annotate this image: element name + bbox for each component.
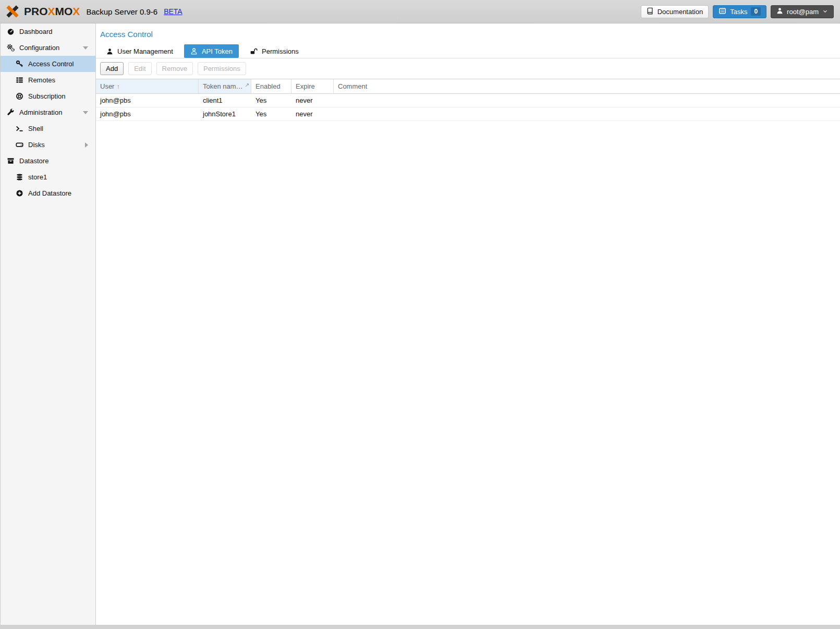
api-token-table: User ↑ Token nam… Enabled: [96, 79, 840, 121]
cell-enabled: Yes: [251, 107, 291, 120]
task-list-icon: [719, 7, 726, 16]
proxmox-backup-server-app: PROXMOX Backup Server 0.9-6 BETA Documen…: [0, 0, 840, 629]
top-actions: Documentation Tasks 0: [641, 5, 834, 18]
hdd-icon: [15, 141, 23, 149]
life-ring-icon: [15, 92, 23, 101]
sidebar-item-label: Administration: [19, 108, 62, 116]
app-body: Dashboard Configuration: [0, 23, 840, 625]
sidebar-item-remotes[interactable]: Remotes: [1, 72, 95, 88]
sidebar-item-datastore[interactable]: Datastore: [1, 153, 95, 169]
collapse-arrow-icon[interactable]: [83, 111, 88, 114]
beta-link[interactable]: BETA: [164, 7, 182, 16]
documentation-button[interactable]: Documentation: [641, 5, 709, 18]
cell-comment: [334, 94, 840, 107]
tab-bar: User Management API Token: [96, 44, 840, 58]
unlock-icon: [250, 47, 258, 55]
sidebar-item-add-datastore[interactable]: Add Datastore: [1, 185, 95, 201]
main-panel: Access Control User Management: [96, 23, 840, 625]
sidebar-item-dashboard[interactable]: Dashboard: [1, 23, 95, 40]
edit-button[interactable]: Edit: [128, 62, 151, 75]
sidebar-item-label: Configuration: [19, 44, 59, 52]
database-icon: [15, 173, 23, 182]
tab-permissions[interactable]: Permissions: [244, 44, 305, 58]
cell-token: client1: [199, 94, 251, 107]
add-button[interactable]: Add: [100, 62, 124, 75]
column-header-comment[interactable]: Comment: [334, 79, 840, 93]
column-header-enabled[interactable]: Enabled: [251, 79, 291, 93]
sidebar-item-configuration[interactable]: Configuration: [1, 40, 95, 56]
sidebar-item-disks[interactable]: Disks: [1, 137, 95, 153]
plus-circle-icon: [15, 189, 23, 198]
cell-expire: never: [291, 107, 334, 120]
proxmox-x-logo-icon: [5, 4, 20, 19]
terminal-icon: [15, 125, 23, 133]
sidebar-item-label: Subscription: [28, 92, 66, 100]
archive-icon: [6, 157, 15, 165]
user-icon: [106, 48, 113, 55]
user-icon: [776, 7, 783, 16]
proxmox-wordmark: PROXMOX: [24, 5, 80, 18]
book-icon: [647, 7, 654, 16]
column-header-expire[interactable]: Expire: [291, 79, 334, 93]
tasks-count-badge: 0: [751, 7, 761, 16]
sidebar-item-label: Add Datastore: [28, 189, 71, 197]
table-row[interactable]: john@pbs client1 Yes never: [96, 94, 840, 107]
table-row[interactable]: john@pbs johnStore1 Yes never: [96, 107, 840, 121]
cell-user: john@pbs: [96, 94, 199, 107]
cell-comment: [334, 107, 840, 120]
cell-enabled: Yes: [251, 94, 291, 107]
sidebar-item-store1[interactable]: store1: [1, 169, 95, 185]
table-header-row: User ↑ Token nam… Enabled: [96, 79, 840, 94]
sidebar-item-administration[interactable]: Administration: [1, 104, 95, 120]
collapse-arrow-icon[interactable]: [83, 46, 88, 50]
chevron-down-icon: [822, 8, 828, 16]
sidebar-item-label: Remotes: [28, 76, 55, 84]
tachometer-icon: [6, 28, 15, 36]
permissions-button[interactable]: Permissions: [198, 62, 246, 75]
page-title: Access Control: [96, 23, 840, 44]
sort-asc-icon: ↑: [116, 82, 120, 90]
cogs-icon: [6, 44, 15, 52]
sidebar-item-shell[interactable]: Shell: [1, 120, 95, 137]
sort-minor-icon: [245, 83, 249, 87]
product-version-label: Backup Server 0.9-6: [86, 7, 157, 16]
user-menu-button[interactable]: root@pam: [771, 5, 834, 18]
tab-user-management[interactable]: User Management: [100, 44, 179, 58]
sidebar-item-label: Disks: [28, 141, 45, 149]
tab-api-token[interactable]: API Token: [184, 44, 239, 58]
grid-toolbar: Add Edit Remove Permissions: [96, 58, 840, 79]
sidebar-item-label: Datastore: [19, 157, 48, 165]
sidebar-item-access-control[interactable]: Access Control: [1, 56, 95, 72]
wrench-icon: [6, 108, 15, 117]
brand: PROXMOX Backup Server 0.9-6 BETA: [5, 4, 182, 19]
cell-token: johnStore1: [199, 107, 251, 120]
user-outline-icon: [190, 47, 198, 55]
expand-arrow-icon[interactable]: [85, 142, 88, 148]
sidebar-item-label: store1: [28, 173, 47, 181]
sidebar-item-label: Shell: [28, 125, 43, 132]
column-header-token-name[interactable]: Token nam…: [199, 79, 251, 93]
column-header-user[interactable]: User ↑: [96, 79, 199, 93]
sidebar-item-subscription[interactable]: Subscription: [1, 88, 95, 104]
cell-user: john@pbs: [96, 107, 199, 120]
tasks-button[interactable]: Tasks 0: [713, 5, 766, 18]
key-icon: [15, 60, 23, 68]
sidebar-item-label: Dashboard: [19, 28, 53, 35]
sidebar: Dashboard Configuration: [0, 23, 96, 625]
top-bar: PROXMOX Backup Server 0.9-6 BETA Documen…: [0, 0, 840, 23]
cell-expire: never: [291, 94, 334, 107]
list-icon: [15, 76, 23, 84]
remove-button[interactable]: Remove: [156, 62, 193, 75]
sidebar-item-label: Access Control: [28, 60, 74, 68]
